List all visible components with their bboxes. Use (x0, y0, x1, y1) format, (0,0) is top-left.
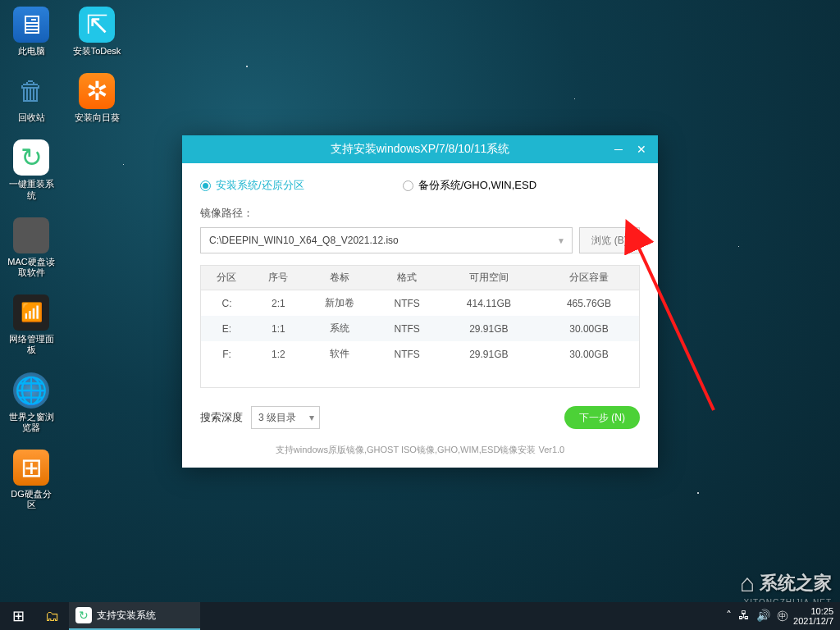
desktop-icon-label: MAC硬盘读取软件 (7, 257, 56, 278)
app-icon: ↻ (75, 607, 92, 623)
cell-idx: 1:1 (253, 316, 304, 341)
desktop-icon-label: 回收站 (18, 112, 45, 123)
clock-time: 10:25 (793, 606, 833, 616)
tray-ime-icon[interactable]: ㊥ (777, 609, 788, 623)
installer-title: 支持安装windowsXP/7/8/10/11系统 (331, 142, 510, 157)
partition-table-wrap: 分区序号卷标格式可用空间分区容量 C:2:1新加卷NTFS414.11GB465… (200, 265, 640, 388)
desktop-icon-label: 安装ToDesk (73, 46, 121, 57)
image-path-label: 镜像路径： (200, 206, 640, 221)
table-row[interactable]: F:1:2软件NTFS29.91GB30.00GB (201, 341, 639, 367)
installer-window: 支持安装windowsXP/7/8/10/11系统 ─ ✕ 安装系统/还原分区 … (182, 135, 658, 468)
search-depth-select[interactable]: 3 级目录 (251, 406, 320, 429)
clock-date: 2021/12/7 (793, 616, 833, 626)
desktop-icon-label: 一键重装系统 (7, 179, 56, 200)
next-button[interactable]: 下一步 (N) (564, 406, 640, 429)
radio-install-restore[interactable]: 安装系统/还原分区 (200, 178, 304, 193)
col-header[interactable]: 分区容量 (539, 266, 639, 290)
desktop-icon-label: 世界之窗浏览器 (7, 412, 56, 433)
search-depth-label: 搜索深度 (200, 410, 243, 425)
desktop-icon-sunflower[interactable]: ✲安装向日葵 (72, 73, 121, 123)
system-tray: ˄ 🖧 🔊 ㊥ 10:25 2021/12/7 (726, 606, 840, 626)
partition-table[interactable]: 分区序号卷标格式可用空间分区容量 C:2:1新加卷NTFS414.11GB465… (201, 266, 639, 367)
desktop-icon-label: 此电脑 (18, 46, 45, 57)
desktop-icon-one-click-reinstall[interactable]: ↻一键重装系统 (7, 139, 56, 200)
world-browser-icon: 🌐 (13, 372, 49, 409)
cell-label: 新加卷 (304, 290, 376, 317)
desktop-icon-label: DG硬盘分区 (7, 489, 56, 510)
cell-idx: 1:2 (253, 341, 304, 367)
cell-free: 29.91GB (439, 341, 539, 367)
col-header[interactable]: 格式 (375, 266, 438, 290)
image-path-value: C:\DEEPIN_WIN10_X64_Q8_V2021.12.iso (209, 235, 399, 246)
browse-button[interactable]: 浏览 (B) (579, 227, 640, 253)
desktop-icon-dg-partition[interactable]: ⊞DG硬盘分区 (7, 450, 56, 510)
close-button[interactable]: ✕ (630, 135, 653, 163)
cell-cap: 30.00GB (539, 341, 639, 367)
radio-dot-icon (200, 180, 211, 191)
todesk-icon: ⇱ (79, 7, 115, 43)
watermark: ⌂ 系统之家 XITONGZHIJIA.NET (740, 569, 832, 597)
col-header[interactable]: 可用空间 (439, 266, 539, 290)
cell-label: 软件 (304, 341, 376, 367)
tray-volume-icon[interactable]: 🔊 (756, 609, 770, 623)
cell-label: 系统 (304, 316, 376, 341)
taskbar-app-installer[interactable]: ↻ 支持安装系统 (69, 602, 200, 630)
cell-free: 414.11GB (439, 290, 539, 317)
desktop-icons-area: 🖥此电脑⇱安装ToDesk🗑回收站✲安装向日葵↻一键重装系统MAC硬盘读取软件📶… (7, 7, 121, 510)
cell-drive: E: (201, 316, 253, 341)
tray-network-icon[interactable]: 🖧 (738, 609, 750, 623)
radio-install-label: 安装系统/还原分区 (216, 178, 304, 193)
network-panel-icon: 📶 (13, 294, 49, 331)
col-header[interactable]: 卷标 (304, 266, 376, 290)
cell-cap: 465.76GB (539, 290, 639, 317)
taskbar-clock[interactable]: 10:25 2021/12/7 (793, 606, 833, 626)
cell-free: 29.91GB (439, 316, 539, 341)
desktop-icon-this-pc[interactable]: 🖥此电脑 (7, 7, 56, 57)
desktop-icon-label: 安装向日葵 (75, 112, 120, 123)
mac-disk-icon (13, 217, 49, 253)
cell-fmt: NTFS (375, 290, 438, 317)
image-path-input[interactable]: C:\DEEPIN_WIN10_X64_Q8_V2021.12.iso ▼ (200, 227, 573, 253)
sunflower-icon: ✲ (79, 73, 115, 109)
desktop-icon-recycle-bin[interactable]: 🗑回收站 (7, 73, 56, 123)
start-button[interactable]: ⊞ (0, 602, 36, 630)
footer-note: 支持windows原版镜像,GHOST ISO镜像,GHO,WIM,ESD镜像安… (200, 444, 640, 456)
radio-backup[interactable]: 备份系统/GHO,WIN,ESD (403, 178, 536, 193)
table-row[interactable]: C:2:1新加卷NTFS414.11GB465.76GB (201, 290, 639, 317)
cell-idx: 2:1 (253, 290, 304, 317)
dg-partition-icon: ⊞ (13, 450, 49, 486)
table-row[interactable]: E:1:1系统NTFS29.91GB30.00GB (201, 316, 639, 341)
desktop-icon-mac-disk[interactable]: MAC硬盘读取软件 (7, 217, 56, 278)
desktop-icon-label: 网络管理面板 (7, 334, 56, 355)
cell-fmt: NTFS (375, 341, 438, 367)
desktop-icon-network-panel[interactable]: 📶网络管理面板 (7, 294, 56, 355)
cell-drive: C: (201, 290, 253, 317)
taskbar-app-label: 支持安装系统 (97, 609, 156, 623)
chevron-down-icon: ▼ (557, 236, 565, 245)
watermark-text: 系统之家 (760, 571, 832, 596)
search-depth-value: 3 级目录 (258, 411, 296, 425)
cell-cap: 30.00GB (539, 316, 639, 341)
desktop-icon-world-browser[interactable]: 🌐世界之窗浏览器 (7, 372, 56, 433)
col-header[interactable]: 序号 (253, 266, 304, 290)
desktop-icon-todesk[interactable]: ⇱安装ToDesk (72, 7, 121, 57)
this-pc-icon: 🖥 (13, 7, 49, 43)
radio-backup-label: 备份系统/GHO,WIN,ESD (418, 178, 536, 193)
installer-titlebar[interactable]: 支持安装windowsXP/7/8/10/11系统 ─ ✕ (182, 135, 658, 163)
cell-fmt: NTFS (375, 316, 438, 341)
recycle-bin-icon: 🗑 (13, 73, 49, 109)
house-icon: ⌂ (740, 569, 755, 597)
one-click-reinstall-icon: ↻ (13, 139, 49, 176)
tray-up-icon[interactable]: ˄ (726, 609, 732, 623)
taskbar: ⊞ 🗂 ↻ 支持安装系统 ˄ 🖧 🔊 ㊥ 10:25 2021/12/7 (0, 602, 840, 630)
cell-drive: F: (201, 341, 253, 367)
file-explorer-button[interactable]: 🗂 (36, 602, 69, 630)
col-header[interactable]: 分区 (201, 266, 253, 290)
minimize-button[interactable]: ─ (607, 135, 630, 163)
radio-dot-icon (403, 180, 413, 191)
